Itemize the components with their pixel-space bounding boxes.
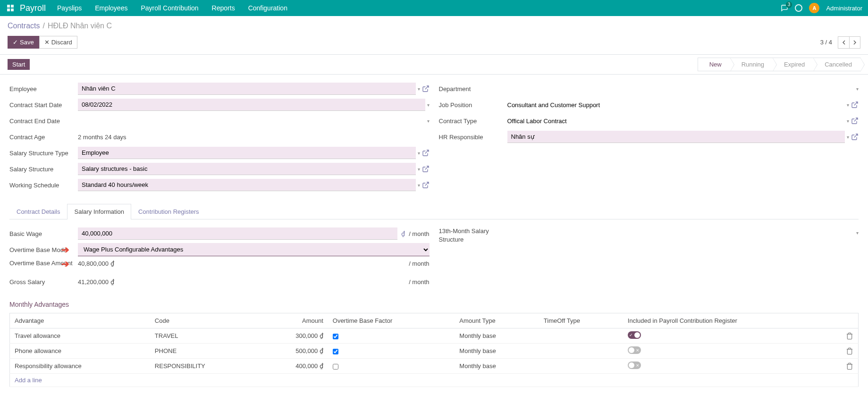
toggle-included[interactable]	[628, 346, 641, 354]
dropdown-caret-icon[interactable]: ▾	[427, 118, 430, 124]
status-step-expired[interactable]: Expired	[773, 58, 813, 71]
breadcrumb-root[interactable]: Contracts	[8, 22, 40, 30]
cell-amount[interactable]: 400,000 ₫	[260, 359, 328, 374]
cell-amount-type[interactable]: Monthly base	[455, 344, 539, 359]
dropdown-caret-icon[interactable]: ▾	[418, 183, 420, 188]
input-department[interactable]	[507, 83, 855, 95]
table-row[interactable]: Responsibility allowance RESPONSIBILITY …	[10, 359, 859, 374]
th-timeoff-type[interactable]: TimeOff Type	[539, 313, 623, 328]
table-row[interactable]: Phone allowance PHONE 500,000 ₫ Monthly …	[10, 344, 859, 359]
action-buttons: ✓ Save ✕ Discard	[8, 36, 77, 49]
input-salary-struct[interactable]	[78, 163, 416, 175]
cell-code[interactable]: TRAVEL	[150, 328, 260, 344]
discard-button[interactable]: ✕ Discard	[39, 36, 77, 49]
status-step-running[interactable]: Running	[730, 58, 773, 71]
cell-amount[interactable]: 300,000 ₫	[260, 328, 328, 344]
dropdown-caret-icon[interactable]: ▾	[847, 102, 849, 108]
external-link-icon[interactable]	[422, 149, 430, 157]
dropdown-caret-icon[interactable]: ▾	[418, 167, 420, 172]
input-salary-struct-type[interactable]	[78, 147, 416, 159]
input-thirteenth[interactable]	[507, 227, 855, 239]
status-step-cancelled[interactable]: Cancelled	[813, 58, 860, 71]
tab-contribution-registers[interactable]: Contribution Registers	[131, 204, 206, 219]
external-link-icon[interactable]	[851, 117, 859, 125]
input-hr-responsible[interactable]	[507, 131, 845, 143]
dropdown-caret-icon[interactable]: ▾	[418, 86, 420, 92]
table-row[interactable]: Travel allowance TRAVEL 300,000 ₫ Monthl…	[10, 328, 859, 344]
cell-timeoff-type[interactable]	[539, 359, 623, 374]
cell-advantage[interactable]: Phone allowance	[10, 344, 150, 359]
label-basic-wage: Basic Wage	[9, 230, 78, 237]
messaging-icon[interactable]: 3	[781, 4, 788, 12]
cell-amount[interactable]: 500,000 ₫	[260, 344, 328, 359]
tab-salary-information[interactable]: Salary Information	[67, 204, 131, 219]
status-step-new[interactable]: New	[698, 58, 730, 71]
nav-item-employees[interactable]: Employees	[95, 4, 127, 12]
toggle-included[interactable]	[628, 331, 641, 339]
tab-contract-details[interactable]: Contract Details	[9, 204, 67, 219]
cell-overtime-factor[interactable]	[328, 328, 455, 344]
cell-code[interactable]: PHONE	[150, 344, 260, 359]
cell-advantage[interactable]: Travel allowance	[10, 328, 150, 344]
cell-included[interactable]	[623, 344, 841, 359]
th-advantage[interactable]: Advantage	[10, 313, 150, 328]
input-job-position[interactable]	[507, 99, 845, 111]
input-contract-type[interactable]	[507, 115, 845, 127]
dropdown-caret-icon[interactable]: ▾	[418, 151, 420, 156]
checkbox-overtime-factor[interactable]	[333, 364, 338, 370]
nav-item-configuration[interactable]: Configuration	[248, 4, 287, 12]
apps-menu-icon[interactable]	[6, 3, 15, 13]
cell-amount-type[interactable]: Monthly base	[455, 328, 539, 344]
delete-row-icon[interactable]	[846, 362, 853, 369]
form-col-right: Department ▾ Job Position ▾ Contract Typ…	[439, 82, 859, 194]
select-overtime-base-mode[interactable]: Wage Plus Configurable Advantages	[78, 243, 430, 256]
input-working-schedule[interactable]	[78, 179, 416, 191]
cell-amount-type[interactable]: Monthly base	[455, 359, 539, 374]
nav-item-reports[interactable]: Reports	[212, 4, 235, 12]
external-link-icon[interactable]	[422, 85, 430, 93]
external-link-icon[interactable]	[422, 181, 430, 189]
pager-next[interactable]	[849, 36, 860, 49]
user-name[interactable]: Administrator	[826, 5, 862, 12]
cell-included[interactable]	[623, 328, 841, 344]
th-overtime-factor[interactable]: Overtime Base Factor	[328, 313, 455, 328]
toggle-included[interactable]	[628, 362, 641, 369]
pager-prev[interactable]	[838, 36, 849, 49]
input-basic-wage[interactable]	[78, 227, 397, 240]
add-line-link[interactable]: Add a line	[10, 374, 859, 387]
dropdown-caret-icon[interactable]: ▾	[847, 135, 849, 140]
save-button[interactable]: ✓ Save	[8, 36, 39, 49]
dropdown-caret-icon[interactable]: ▾	[847, 118, 849, 124]
input-contract-start[interactable]	[78, 99, 425, 111]
cell-overtime-factor[interactable]	[328, 344, 455, 359]
checkbox-overtime-factor[interactable]	[333, 334, 338, 339]
nav-item-payslips[interactable]: Payslips	[57, 4, 82, 12]
activities-icon[interactable]	[795, 4, 802, 12]
checkbox-overtime-factor[interactable]	[333, 349, 338, 354]
cell-code[interactable]: RESPONSIBILITY	[150, 359, 260, 374]
cell-timeoff-type[interactable]	[539, 328, 623, 344]
value-overtime-base-amount: 40,800,000 ₫	[78, 259, 407, 268]
dropdown-caret-icon[interactable]: ▾	[856, 86, 859, 92]
cell-overtime-factor[interactable]	[328, 359, 455, 374]
user-avatar[interactable]: A	[809, 3, 819, 13]
external-link-icon[interactable]	[851, 133, 859, 141]
cell-included[interactable]	[623, 359, 841, 374]
th-code[interactable]: Code	[150, 313, 260, 328]
app-brand[interactable]: Payroll	[20, 3, 46, 13]
th-included[interactable]: Included in Payroll Contribution Registe…	[623, 313, 841, 328]
input-contract-end[interactable]	[78, 115, 425, 127]
dropdown-caret-icon[interactable]: ▾	[856, 230, 859, 235]
input-employee[interactable]	[78, 83, 416, 95]
external-link-icon[interactable]	[851, 101, 859, 109]
th-amount-type[interactable]: Amount Type	[455, 313, 539, 328]
delete-row-icon[interactable]	[846, 347, 853, 354]
dropdown-caret-icon[interactable]: ▾	[427, 102, 430, 108]
delete-row-icon[interactable]	[846, 332, 853, 339]
nav-item-payroll-contribution[interactable]: Payroll Contribution	[141, 4, 198, 12]
start-button[interactable]: Start	[8, 59, 30, 70]
cell-timeoff-type[interactable]	[539, 344, 623, 359]
th-amount[interactable]: Amount	[260, 313, 328, 328]
external-link-icon[interactable]	[422, 165, 430, 173]
cell-advantage[interactable]: Responsibility allowance	[10, 359, 150, 374]
